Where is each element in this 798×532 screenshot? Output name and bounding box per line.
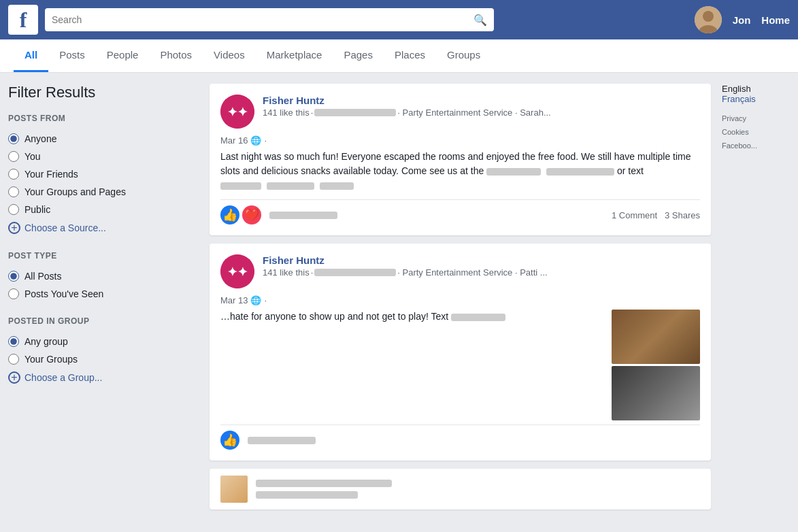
choose-group-link[interactable]: + Choose a Group...	[8, 368, 199, 387]
post-avatar-1[interactable]: ✦✦	[220, 95, 254, 129]
radio-any-group-input[interactable]	[8, 336, 19, 347]
main-layout: Filter Results POSTS FROM Anyone You You…	[0, 73, 798, 520]
radio-anyone[interactable]: Anyone	[8, 130, 199, 148]
blurred-reactions-2	[248, 437, 316, 444]
like-button-2[interactable]: 👍	[220, 431, 239, 450]
reactions-blurred-2	[248, 437, 316, 444]
post-type-section: POST TYPE All Posts Posts You've Seen	[8, 251, 199, 303]
radio-friends[interactable]: Your Friends	[8, 165, 199, 183]
post-image-inner-1	[612, 310, 700, 364]
tab-posts[interactable]: Posts	[48, 39, 96, 72]
blurred-text-1d	[267, 182, 314, 190]
choose-source-label: Choose a Source...	[24, 222, 106, 233]
blurred-text-2a	[451, 314, 505, 321]
radio-your-groups-label: Your Groups	[24, 354, 78, 365]
partial-card	[210, 469, 711, 510]
footer-cookies[interactable]: Cookies	[722, 126, 790, 139]
post-text-1: Last night was so much fun! Everyone esc…	[220, 150, 700, 193]
posted-in-group-section: POSTED IN GROUP Any group Your Groups + …	[8, 316, 199, 387]
blurred-text-1a	[486, 168, 541, 176]
date-text-1: Mar 16	[220, 135, 248, 146]
radio-posts-seen[interactable]: Posts You've Seen	[8, 285, 199, 303]
partial-line-2	[256, 491, 358, 499]
radio-any-group[interactable]: Any group	[8, 333, 199, 350]
radio-friends-input[interactable]	[8, 169, 19, 180]
user-name-label[interactable]: Jon	[733, 14, 751, 26]
radio-you[interactable]: You	[8, 148, 199, 165]
tab-places[interactable]: Places	[384, 39, 436, 72]
radio-public-input[interactable]	[8, 204, 19, 215]
radio-anyone-label: Anyone	[24, 133, 56, 144]
blurred-text-1b	[546, 168, 614, 176]
language-section: English Français	[722, 84, 790, 104]
home-link[interactable]: Home	[761, 14, 790, 26]
tab-marketplace[interactable]: Marketplace	[256, 39, 333, 72]
post-image-inner-2	[612, 366, 700, 420]
reactions-1: 👍 ❤️	[220, 205, 337, 225]
love-button-1[interactable]: ❤️	[242, 205, 261, 225]
blurred-text-1c	[220, 182, 261, 190]
choose-source-link[interactable]: + Choose a Source...	[8, 218, 199, 237]
radio-you-label: You	[24, 151, 41, 162]
radio-friends-label: Your Friends	[24, 169, 78, 180]
reactions-blurred-1	[269, 212, 337, 219]
post-card-1: ✦✦ Fisher Huntz 141 like this · · Party …	[210, 84, 711, 235]
post-likes-2: 141 like this	[263, 267, 310, 278]
post-date-2: Mar 13 🌐 ·	[220, 295, 700, 305]
svg-point-1	[703, 11, 714, 22]
search-icon: 🔍	[473, 14, 487, 27]
filter-title: Filter Results	[8, 84, 199, 101]
svg-text:✦✦: ✦✦	[227, 105, 248, 119]
post-name-2[interactable]: Fisher Huntz	[263, 254, 700, 266]
radio-all-posts[interactable]: All Posts	[8, 267, 199, 285]
footer-links: Privacy Cookies Faceboo...	[722, 112, 790, 152]
facebook-logo[interactable]: f	[8, 5, 38, 35]
blurred-bar-2a	[314, 269, 396, 276]
partial-avatar	[220, 476, 248, 503]
radio-your-groups[interactable]: Your Groups	[8, 350, 199, 368]
tab-all[interactable]: All	[14, 39, 48, 72]
partial-line-1	[256, 480, 392, 487]
radio-groups-pages[interactable]: Your Groups and Pages	[8, 183, 199, 201]
partial-lines	[256, 480, 700, 499]
header: f 🔍 Jon Home	[0, 0, 798, 39]
like-button-1[interactable]: 👍	[220, 205, 239, 225]
radio-posts-seen-input[interactable]	[8, 288, 19, 299]
tab-people[interactable]: People	[96, 39, 150, 72]
search-input[interactable]	[52, 14, 468, 25]
tab-photos[interactable]: Photos	[149, 39, 203, 72]
search-bar[interactable]: 🔍	[45, 8, 494, 31]
posts-from-title: POSTS FROM	[8, 114, 199, 123]
globe-icon-1: 🌐	[250, 135, 261, 146]
comment-shares-1[interactable]: 1 Comment 3 Shares	[612, 210, 700, 220]
radio-groups-pages-input[interactable]	[8, 186, 19, 197]
tab-videos[interactable]: Videos	[203, 39, 256, 72]
post-header-2: ✦✦ Fisher Huntz 141 like this · · Party …	[220, 254, 700, 288]
plus-icon: +	[8, 222, 20, 234]
radio-groups-pages-label: Your Groups and Pages	[24, 186, 126, 197]
footer-facebook[interactable]: Faceboo...	[722, 139, 790, 153]
radio-anyone-input[interactable]	[8, 133, 19, 144]
globe-icon-2: 🌐	[250, 295, 261, 305]
choose-group-label: Choose a Group...	[24, 372, 102, 383]
post-sub-2: 141 like this · · Party Entertainment Se…	[263, 267, 700, 278]
radio-you-input[interactable]	[8, 151, 19, 162]
lang-other[interactable]: Français	[722, 94, 790, 104]
tab-pages[interactable]: Pages	[333, 39, 384, 72]
tab-groups[interactable]: Groups	[436, 39, 491, 72]
post-header-1: ✦✦ Fisher Huntz 141 like this · · Party …	[220, 95, 700, 129]
radio-your-groups-input[interactable]	[8, 354, 19, 365]
post-date-1: Mar 16 🌐 ·	[220, 135, 700, 146]
post-avatar-2[interactable]: ✦✦	[220, 254, 254, 288]
footer-privacy[interactable]: Privacy	[722, 112, 790, 126]
radio-public-label: Public	[24, 204, 50, 215]
avatar[interactable]	[695, 6, 722, 33]
blurred-text-1e	[320, 182, 354, 190]
post-name-1[interactable]: Fisher Huntz	[263, 95, 700, 106]
header-right: Jon Home	[695, 6, 790, 33]
blurred-bar-1a	[314, 109, 396, 116]
radio-all-posts-input[interactable]	[8, 271, 19, 282]
radio-posts-seen-label: Posts You've Seen	[24, 288, 103, 299]
post-body-2: …hate for anyone to show up and not get …	[220, 310, 700, 420]
radio-public[interactable]: Public	[8, 201, 199, 218]
